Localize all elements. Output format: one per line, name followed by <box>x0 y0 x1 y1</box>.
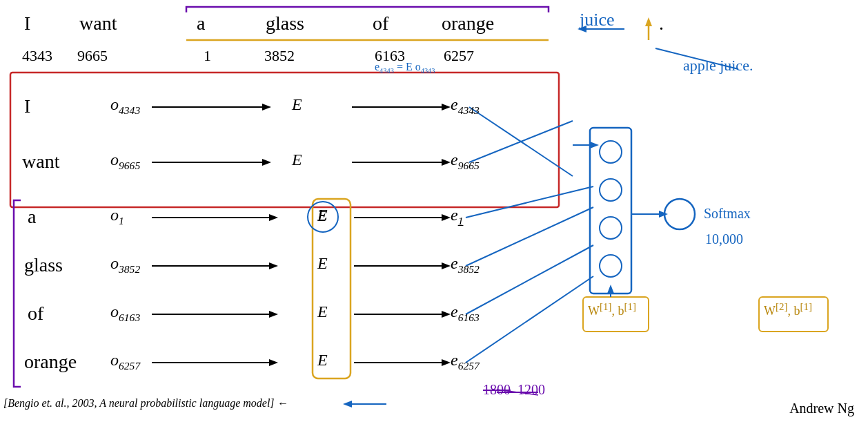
svg-point-38 <box>600 217 622 239</box>
index-glass: 3852 <box>264 47 295 65</box>
annotation-1800: 1800 1200 <box>483 382 545 398</box>
row-I-e: e4343 <box>451 95 480 117</box>
period-juice: . <box>659 12 664 35</box>
annotation-w2b1: W[2], b[1] <box>764 301 812 318</box>
word-glass: glass <box>266 12 304 35</box>
index-orange: 6257 <box>444 47 474 65</box>
row-of-o: o6163 <box>110 303 140 324</box>
word-juice: juice <box>580 10 615 30</box>
row-a-e: e1 <box>451 206 463 227</box>
row-I-o: o4343 <box>110 95 140 117</box>
svg-marker-55 <box>343 401 352 407</box>
row-of-E: E <box>317 303 328 321</box>
annotation-apple-juice: apple juice. <box>683 57 753 75</box>
word-want: want <box>79 12 117 35</box>
row-glass-o: o3852 <box>110 254 140 276</box>
row-orange-o: o6257 <box>110 351 140 372</box>
row-I-E: E <box>292 95 302 114</box>
svg-point-36 <box>600 141 622 163</box>
svg-marker-44 <box>645 17 652 26</box>
row-a-word: a <box>28 206 36 228</box>
svg-marker-28 <box>269 359 278 366</box>
svg-line-31 <box>466 186 593 218</box>
row-glass-word: glass <box>24 254 63 276</box>
row-orange-e: e6257 <box>451 351 480 372</box>
citation: [Bengio et. al., 2003, A neural probabil… <box>3 397 288 410</box>
row-orange-E: E <box>317 351 328 370</box>
svg-marker-14 <box>590 142 599 148</box>
svg-marker-51 <box>607 285 614 294</box>
row-a-o: o1 <box>110 206 124 227</box>
row-want-E: E <box>292 151 302 169</box>
annotation-w1b1: W[1], b[1] <box>588 301 636 318</box>
svg-line-12 <box>469 121 573 162</box>
svg-rect-1 <box>10 73 559 207</box>
row-want-o: o9665 <box>110 151 140 172</box>
word-of: of <box>373 12 388 35</box>
row-glass-e: e3852 <box>451 254 480 276</box>
annotation-e4343: e4343 = E o4343 <box>375 61 435 75</box>
svg-text:E: E <box>317 207 327 224</box>
row-of-e: e6163 <box>451 303 480 324</box>
svg-marker-30 <box>442 359 451 366</box>
svg-marker-18 <box>442 214 451 221</box>
row-orange-word: orange <box>24 351 77 373</box>
svg-marker-8 <box>262 159 271 166</box>
index-want: 9665 <box>77 47 108 65</box>
e-circle-a: E <box>304 199 345 233</box>
svg-marker-41 <box>659 211 668 218</box>
row-glass-E: E <box>317 254 328 273</box>
svg-marker-22 <box>442 262 451 269</box>
word-orange: orange <box>442 12 494 35</box>
svg-line-32 <box>466 207 593 266</box>
row-of-word: of <box>28 303 43 325</box>
svg-marker-16 <box>269 214 278 221</box>
annotation-softmax: Softmax <box>704 206 751 222</box>
svg-marker-26 <box>442 311 451 318</box>
svg-point-39 <box>600 255 622 277</box>
row-I-word: I <box>24 95 30 117</box>
row-want-word: want <box>22 151 59 173</box>
svg-line-34 <box>466 276 593 363</box>
word-I: I <box>24 12 30 35</box>
svg-marker-6 <box>442 104 451 111</box>
svg-line-33 <box>466 245 593 314</box>
svg-point-37 <box>600 179 622 201</box>
svg-marker-4 <box>262 104 271 111</box>
svg-marker-24 <box>269 311 278 318</box>
annotation-10000: 10,000 <box>705 231 743 247</box>
row-want-e: e9665 <box>451 151 480 172</box>
svg-marker-10 <box>442 159 451 166</box>
svg-rect-35 <box>590 128 631 294</box>
author: Andrew Ng <box>789 401 854 416</box>
svg-point-42 <box>664 199 695 229</box>
svg-marker-20 <box>269 262 278 269</box>
word-a: a <box>197 12 205 35</box>
index-I: 4343 <box>22 47 52 65</box>
index-a: 1 <box>204 47 211 65</box>
